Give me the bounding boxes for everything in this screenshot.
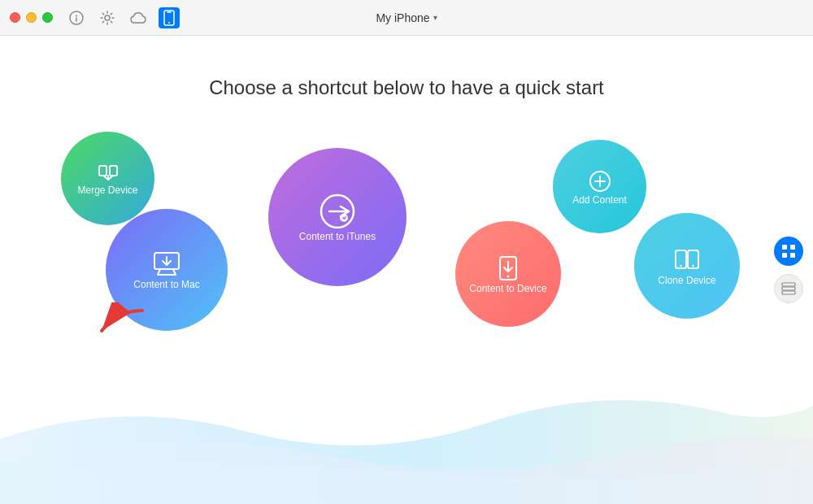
grid-view-button[interactable] (774, 237, 803, 266)
svg-rect-5 (110, 166, 117, 176)
content-to-itunes-label: Content to iTunes (299, 231, 376, 242)
arrow-indicator (85, 302, 150, 354)
settings-icon[interactable] (97, 7, 118, 28)
content-to-device-label: Content to Device (469, 283, 546, 294)
cloud-icon[interactable] (128, 7, 149, 28)
titlebar: My iPhone ▾ (0, 0, 813, 36)
clone-device-button[interactable]: Clone Device (634, 213, 740, 319)
svg-point-1 (105, 15, 110, 20)
shortcuts-container: Merge Device Content to Mac Content to i… (0, 115, 813, 400)
svg-rect-18 (790, 245, 795, 250)
maximize-button[interactable] (42, 12, 53, 23)
svg-rect-4 (99, 166, 107, 176)
content-to-mac-label: Content to Mac (133, 279, 199, 290)
svg-point-15 (692, 265, 693, 267)
toolbar-icons (66, 7, 180, 28)
main-content: Choose a shortcut below to have a quick … (0, 36, 813, 504)
svg-point-3 (168, 22, 170, 24)
content-to-device-button[interactable]: Content to Device (455, 221, 561, 327)
clone-device-label: Clone Device (658, 275, 715, 286)
add-content-label: Add Content (572, 194, 627, 206)
merge-device-button[interactable]: Merge Device (61, 132, 154, 225)
dropdown-chevron: ▾ (433, 13, 437, 22)
svg-rect-21 (782, 283, 795, 286)
info-icon[interactable] (66, 7, 87, 28)
page-title: Choose a shortcut below to have a quick … (209, 76, 604, 99)
svg-rect-19 (782, 253, 787, 258)
minimize-button[interactable] (26, 12, 37, 23)
svg-point-14 (680, 265, 681, 267)
svg-point-10 (507, 276, 510, 278)
traffic-lights (10, 12, 53, 23)
close-button[interactable] (10, 12, 20, 23)
svg-rect-23 (782, 291, 795, 294)
svg-rect-22 (782, 287, 795, 290)
svg-rect-17 (782, 245, 787, 250)
device-icon[interactable] (159, 7, 180, 28)
titlebar-center[interactable]: My iPhone ▾ (376, 11, 437, 24)
right-sidebar (774, 237, 803, 303)
merge-device-label: Merge Device (77, 185, 137, 196)
content-to-itunes-button[interactable]: Content to iTunes (268, 148, 406, 286)
device-title: My iPhone (376, 11, 429, 24)
svg-rect-20 (790, 253, 795, 258)
list-view-button[interactable] (774, 274, 803, 303)
add-content-button[interactable]: Add Content (553, 140, 646, 233)
